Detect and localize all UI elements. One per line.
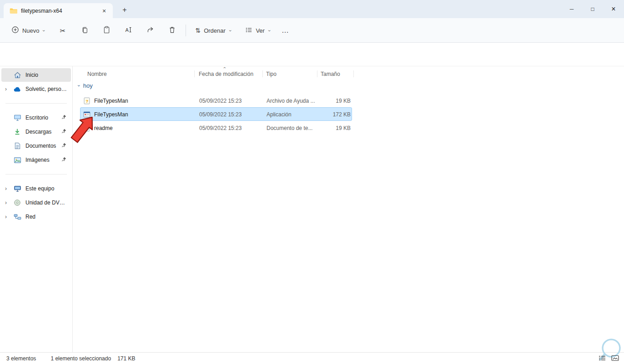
copy-icon (81, 26, 89, 35)
explorer-tab[interactable]: filetypesman-x64 × (4, 3, 113, 18)
command-bar: Nuevo › ✂ A (0, 18, 624, 43)
file-row-readme[interactable]: readme 05/09/2022 15:23 Documento de te.… (80, 121, 352, 135)
sidebar-separator (5, 103, 67, 104)
sidebar-item-label: Este equipo (25, 185, 67, 192)
documents-icon (13, 142, 21, 150)
file-type: Aplicación (267, 108, 292, 121)
close-button[interactable]: × (603, 0, 624, 18)
view-button-label: Ver (256, 27, 265, 34)
details-view-icon[interactable] (598, 354, 607, 362)
help-file-icon: ? (83, 94, 91, 108)
new-button[interactable]: Nuevo › (6, 22, 50, 39)
file-row-application-selected[interactable]: FileTypesMan 05/09/2022 15:23 Aplicación… (80, 107, 352, 121)
home-icon (13, 71, 21, 79)
column-divider[interactable] (262, 70, 263, 77)
large-icons-view-icon[interactable] (610, 354, 619, 362)
delete-button[interactable] (162, 22, 181, 39)
sidebar-item-label: Descargas (25, 129, 60, 135)
status-bar: 3 elementos 1 elemento seleccionado 171 … (0, 352, 624, 364)
paste-button[interactable] (97, 22, 116, 39)
expand-chevron-icon[interactable]: › (5, 214, 13, 219)
folder-icon (9, 7, 17, 15)
sidebar-item-onedrive[interactable]: › Solvetic, personal (1, 82, 71, 96)
view-icon (245, 26, 252, 35)
downloads-icon (13, 128, 21, 136)
cut-button[interactable]: ✂ (53, 22, 72, 39)
minimize-button[interactable]: ─ (561, 0, 582, 18)
pictures-icon (13, 156, 21, 164)
group-label: hoy (83, 82, 93, 89)
file-date: 05/09/2022 15:23 (199, 94, 242, 108)
maximize-button[interactable]: □ (582, 0, 603, 18)
selection-size: 171 KB (117, 355, 135, 362)
chevron-down-icon: › (228, 30, 233, 31)
more-icon: … (282, 27, 289, 34)
sidebar-item-red[interactable]: › Red (1, 210, 71, 224)
sort-button[interactable]: ⇅ Ordenar › (191, 22, 236, 39)
expand-chevron-icon[interactable]: › (5, 200, 13, 205)
sidebar-item-label: Inicio (25, 72, 67, 78)
sidebar-item-imagenes[interactable]: Imágenes (1, 153, 71, 167)
sidebar-item-escritorio[interactable]: Escritorio (1, 111, 71, 125)
selection-count: 1 elemento seleccionado (50, 355, 111, 362)
sidebar-item-descargas[interactable]: Descargas (1, 125, 71, 139)
file-date: 05/09/2022 15:23 (199, 108, 242, 121)
file-size: 172 KB (305, 108, 351, 121)
sidebar-item-label: Imágenes (25, 157, 60, 163)
file-name: FileTypesMan (94, 94, 128, 108)
tab-strip: filetypesman-x64 × + ─ □ × (0, 0, 624, 18)
onedrive-cloud-icon (13, 85, 21, 93)
file-size: 19 KB (305, 121, 351, 135)
sort-button-label: Ordenar (204, 27, 226, 34)
sidebar-item-documentos[interactable]: Documentos (1, 139, 71, 153)
group-header-hoy[interactable]: › hoy (78, 82, 93, 89)
sidebar-item-label: Documentos (25, 143, 60, 149)
column-header-size[interactable]: Tamaño (321, 69, 340, 79)
rename-icon: A (124, 26, 132, 35)
file-size: 19 KB (305, 94, 351, 108)
network-icon (13, 213, 21, 221)
chevron-down-icon: › (42, 30, 47, 31)
tab-title: filetypesman-x64 (21, 8, 96, 14)
file-rows: ? FileTypesMan 05/09/2022 15:23 Archivo … (80, 94, 353, 135)
share-button[interactable] (141, 22, 160, 39)
column-header-type[interactable]: Tipo (266, 69, 277, 79)
view-button[interactable]: Ver › (241, 22, 275, 39)
rename-button[interactable]: A (119, 22, 138, 39)
column-header-date[interactable]: Fecha de modificación (199, 69, 253, 79)
column-divider[interactable] (317, 70, 317, 77)
sidebar-item-label: Solvetic, personal (25, 86, 67, 92)
group-collapse-icon[interactable]: › (76, 85, 81, 87)
trash-icon (168, 26, 176, 35)
sidebar-item-label: Escritorio (25, 115, 60, 121)
more-options-button[interactable]: … (276, 22, 295, 39)
file-date: 05/09/2022 15:23 (199, 121, 242, 135)
scissors-icon: ✂ (60, 27, 66, 34)
sidebar-item-label: Unidad de DVD (D:) (25, 199, 67, 206)
tab-close-icon[interactable]: × (99, 6, 109, 16)
sidebar-item-label: Red (25, 214, 67, 220)
file-name: FileTypesMan (94, 108, 128, 121)
sidebar-item-inicio[interactable]: Inicio (1, 68, 71, 82)
new-icon (11, 26, 19, 35)
window-controls: ─ □ × (561, 0, 624, 18)
file-explorer-window: filetypesman-x64 × + ─ □ × Nuevo › ✂ (0, 0, 624, 364)
new-tab-button[interactable]: + (118, 4, 131, 16)
expand-chevron-icon[interactable]: › (5, 86, 13, 92)
expand-chevron-icon[interactable]: › (5, 186, 13, 191)
pin-icon (61, 115, 67, 121)
address-row: ← → › ↑ › Descargas › filetypesman-x64 ›… (0, 43, 624, 66)
copy-button[interactable] (75, 22, 94, 39)
sidebar-item-dvd-drive[interactable]: › Unidad de DVD (D:) (1, 196, 71, 209)
desktop-icon (13, 114, 21, 122)
items-count: 3 elementos (6, 355, 36, 362)
column-header-name[interactable]: Nombre (87, 69, 107, 79)
svg-text:A: A (126, 27, 129, 33)
column-divider[interactable] (194, 70, 195, 77)
svg-text:?: ? (86, 99, 88, 104)
view-mode-switcher (598, 354, 619, 362)
sort-icon: ⇅ (195, 27, 201, 34)
file-row-helpfile[interactable]: ? FileTypesMan 05/09/2022 15:23 Archivo … (80, 94, 352, 107)
sidebar-item-este-equipo[interactable]: › Este equipo (1, 182, 71, 195)
column-divider[interactable] (353, 70, 354, 77)
